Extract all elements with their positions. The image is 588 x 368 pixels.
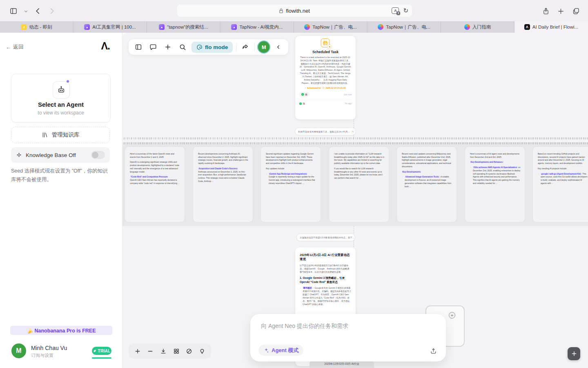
trial-progress-bar — [92, 357, 111, 359]
news-link[interactable]: Zilliz achieves AWS Agentic AI Specializ… — [473, 166, 518, 168]
nanobanana-promo-banner[interactable]: 🍌 Nanobanana Pro is FREE — [10, 326, 112, 335]
panel-toggle-icon[interactable] — [133, 41, 144, 53]
search-icon[interactable] — [177, 41, 188, 53]
tapnow-tab-icon: ▲ — [231, 24, 237, 30]
translate-badge: 文 — [396, 11, 400, 15]
scheduled-time-row: • Scheduled for 2025-12-04 04:21:05 — [299, 87, 352, 89]
jike-tab-icon: J — [21, 24, 27, 30]
step-pill-filter[interactable]: 从搜集的信息中筛选出5-8条最值得聊的AI动态，基于...↻ — [296, 233, 355, 241]
news-link[interactable]: Gemini App Redesign and Integrations — [269, 173, 307, 175]
browser-share-icon[interactable] — [541, 6, 551, 16]
news-card-anthropic[interactable]: Recent developments concerning Anthropic… — [193, 146, 253, 222]
composer-input[interactable] — [260, 322, 433, 330]
brief-title: 2025年12月2日-3日 AI 行业重要动态速览 — [300, 253, 351, 261]
add-node-button[interactable] — [568, 347, 580, 360]
subscription-settings-link[interactable]: 订阅与设置 — [31, 352, 53, 359]
chevron-down-icon[interactable] — [20, 6, 31, 16]
timestamp: 7m ago — [345, 103, 352, 105]
edge-connector — [354, 226, 354, 233]
zoom-in-icon[interactable] — [133, 346, 143, 356]
lock-icon — [279, 8, 283, 13]
check-icon — [299, 102, 302, 105]
news-link[interactable]: Advanced Image Generation Tools: — [405, 176, 440, 178]
agent-mode-button[interactable]: Agent 模式 — [258, 345, 303, 356]
flo-mode-button[interactable]: flo mode — [192, 42, 233, 53]
collapse-chevron-icon[interactable] — [273, 41, 284, 53]
add-node-marker[interactable]: + — [449, 312, 455, 319]
browser-sidebar-icon[interactable] — [8, 6, 19, 16]
news-card-midjourney[interactable]: Recent news and updates concerning Midjo… — [396, 146, 457, 222]
divider — [254, 43, 255, 51]
composer: Agent 模式 — [250, 314, 446, 361]
search-tab-icon: ▲ — [159, 24, 165, 30]
browser-back-button[interactable] — [33, 6, 43, 16]
tab-guide[interactable]: 入门指南 — [441, 21, 514, 33]
flowith-tab-icon: Λ — [524, 24, 530, 30]
step-pill-collect[interactable]: 利用市场渠道和网络搜索工具，搜集过去24小时内...↻ — [295, 128, 356, 135]
news-link[interactable]: google / adk-go (Agent Development Kit) — [541, 173, 581, 175]
brief-card-overflow: 2025年12月02日-03日 AI行业 — [310, 361, 374, 368]
seed-mode-note: Seed 选择模式现在设置为 "Off"，你的知识库将不会被使用。 — [11, 167, 110, 184]
manage-knowledge-base-button[interactable]: 管理知识库 — [11, 127, 110, 143]
tab-tapnow-search[interactable]: ▲“tapnow”的搜索结... — [147, 21, 220, 33]
news-card-github[interactable]: Based on recent trending GitHub projects… — [532, 146, 588, 222]
upload-icon[interactable] — [430, 348, 437, 355]
back-arrow-icon: ← — [6, 44, 11, 50]
bell-icon — [327, 45, 332, 49]
add-icon[interactable] — [162, 41, 174, 53]
zoom-out-icon[interactable] — [145, 346, 155, 356]
tab-ai-tools[interactable]: ▲AI工具集官网 | 100... — [74, 21, 147, 33]
tab-tapnow-ads-2[interactable]: TapNow｜广告、电... — [368, 21, 441, 33]
tab-tapnow-ads-1[interactable]: TapNow｜广告、电... — [294, 21, 368, 33]
tab-flowith-active[interactable]: ΛAI Daily Brief | Flowi... — [514, 21, 588, 33]
compass-icon[interactable] — [184, 346, 194, 356]
select-agent-card[interactable]: Select an Agent to view its workspace — [11, 74, 111, 123]
news-link[interactable]: Acquisition and Claude Code's Success — [198, 167, 238, 170]
scheduled-task-body: There is a task scheduled to be executed… — [299, 56, 352, 85]
back-button[interactable]: ← 返回 — [6, 43, 24, 51]
flowith-app: ← 返回 Λ. Select an Agent to view its work… — [0, 33, 588, 368]
tab-jike[interactable]: J动态 - 即刻 — [0, 21, 74, 33]
canvas-user-avatar[interactable]: M — [258, 41, 270, 53]
knowledge-base-toggle[interactable] — [91, 151, 105, 159]
edge-connector — [354, 119, 354, 128]
check-icon — [301, 93, 304, 96]
timestamp: Just now — [343, 93, 352, 96]
edge-connector — [354, 240, 354, 247]
browser-forward-button[interactable] — [47, 6, 57, 16]
tab-overview-icon[interactable] — [571, 6, 581, 16]
translate-icon[interactable]: A文 — [392, 7, 399, 14]
grid-view-icon[interactable] — [172, 346, 181, 356]
news-card-llm-research[interactable]: I am unable to provide information on "L… — [329, 146, 389, 222]
tapnow-color-icon — [304, 24, 310, 30]
news-section-badge[interactable]: Key Developments — [402, 171, 421, 173]
news-link[interactable]: "Code Red" and Competitive Pressure — [130, 176, 168, 178]
news-card-openai[interactable]: Here's a summary of the latest OpenAI ne… — [125, 146, 185, 222]
user-avatar[interactable]: M — [11, 343, 26, 358]
refresh-icon[interactable]: ↻ — [351, 130, 355, 133]
select-agent-subtitle: to view its workspace — [11, 110, 110, 116]
leaf-icon — [93, 349, 97, 353]
tab-tapnow-visual[interactable]: ▲TapNow - AI视觉内... — [220, 21, 294, 33]
brief-bullet-label[interactable]: 事件概述 — [303, 287, 312, 289]
comments-icon[interactable] — [147, 41, 159, 53]
task-owner-chip[interactable]: 我 — [299, 92, 310, 97]
url-bar[interactable]: flowith.net A文 ↻ — [176, 4, 412, 17]
news-card-ai-agents[interactable]: Here's a summary of AI agent news and de… — [465, 146, 525, 222]
ai-tools-tab-icon: ▲ — [84, 24, 90, 30]
new-tab-icon[interactable] — [555, 6, 566, 16]
scheduled-task-card[interactable]: Scheduled Task There is a task scheduled… — [295, 36, 356, 119]
canvas-zoom-toolbar — [129, 343, 211, 359]
news-card-gemini[interactable]: Several significant updates regarding Go… — [261, 146, 321, 222]
flowith-logo: Λ. — [101, 40, 110, 52]
export-icon[interactable] — [158, 346, 168, 356]
reload-icon[interactable]: ↻ — [403, 7, 408, 14]
user-name: Minh Chau Vu — [31, 345, 67, 351]
lightbulb-icon[interactable] — [197, 346, 207, 356]
notification-dot — [67, 80, 69, 83]
share-icon[interactable] — [240, 41, 251, 53]
news-section-badge[interactable]: Key Developments and Releases: — [470, 161, 504, 164]
flo-canvas[interactable]: Scheduled Task There is a task scheduled… — [122, 33, 588, 368]
flo-icon — [196, 44, 203, 50]
divider — [236, 43, 236, 51]
